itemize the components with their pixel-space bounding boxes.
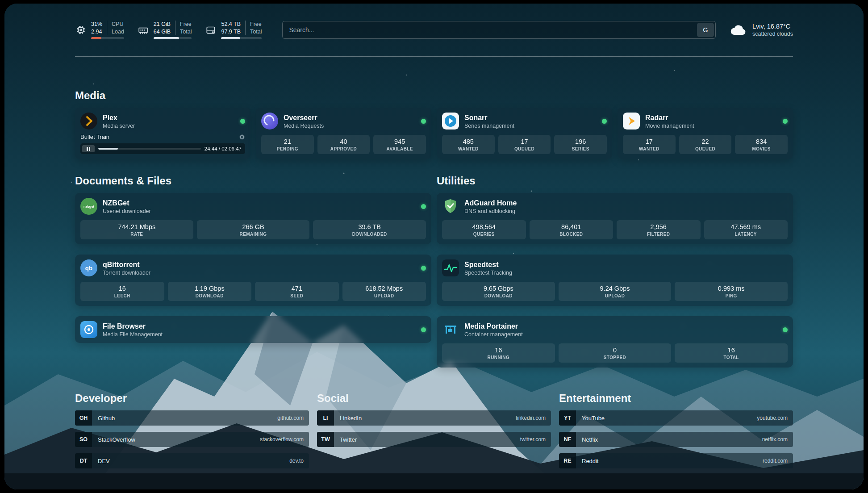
dashboard-content: 31% 2.94 CPU Load bbox=[4, 4, 864, 489]
stat-upload: 9.24 Gbps UPLOAD bbox=[559, 282, 672, 301]
qbittorrent-icon: qb bbox=[80, 259, 97, 276]
bookmark-linkedin[interactable]: LI LinkedIn linkedin.com bbox=[317, 410, 551, 426]
stat-latency: 47.569 ms LATENCY bbox=[704, 220, 788, 239]
nzbget-card[interactable]: nzbget NZBGet Usenet downloader 744.21 M… bbox=[75, 193, 431, 244]
stats-row: 16 LEECH 1.19 Gbps DOWNLOAD 471 SEED 6 bbox=[80, 276, 426, 301]
media-grid: Plex Media server Bullet Train ⚙ 24:44 /… bbox=[75, 108, 793, 159]
gear-icon[interactable]: ⚙ bbox=[239, 134, 245, 140]
ram-total-label: Total bbox=[180, 28, 192, 35]
app-subtitle: Movie management bbox=[645, 123, 694, 129]
bookmark-name: Reddit bbox=[582, 458, 599, 464]
ram-icon bbox=[138, 24, 149, 36]
bookmark-name: Twitter bbox=[340, 436, 357, 443]
stat-wanted: 17 WANTED bbox=[623, 135, 676, 154]
nzbget-icon-text: nzbget bbox=[83, 205, 94, 209]
pause-icon[interactable] bbox=[82, 145, 95, 152]
media-section-title: Media bbox=[75, 89, 793, 102]
stat-upload: 618.52 Mbps UPLOAD bbox=[342, 282, 426, 301]
bookmarks-area: Developer GH Github github.com SO StackO… bbox=[75, 392, 793, 468]
bookmark-badge: DT bbox=[75, 453, 92, 468]
app-subtitle: Usenet downloader bbox=[103, 208, 151, 214]
disk-monitor: 52.4 TB 97.9 TB Free Total bbox=[205, 21, 262, 39]
plex-card[interactable]: Plex Media server Bullet Train ⚙ 24:44 /… bbox=[75, 108, 250, 159]
stat-download: 1.19 Gbps DOWNLOAD bbox=[168, 282, 252, 301]
cloud-icon bbox=[729, 23, 747, 37]
qbittorrent-card[interactable]: qb qBittorrent Torrent downloader 16 LEE… bbox=[75, 255, 431, 306]
filebrowser-card[interactable]: File Browser Media File Management bbox=[75, 316, 431, 343]
search-engine-button[interactable]: G bbox=[697, 23, 714, 37]
stats-row: 16 RUNNING 0 STOPPED 16 TOTAL bbox=[442, 338, 788, 363]
bookmark-url: linkedin.com bbox=[516, 415, 546, 421]
documents-section-title: Documents & Files bbox=[75, 174, 431, 188]
disk-free-label: Free bbox=[250, 21, 262, 28]
developer-section: Developer GH Github github.com SO StackO… bbox=[75, 392, 309, 468]
overseerr-card[interactable]: Overseerr Media Requests 21 PENDING 40 A… bbox=[256, 108, 431, 159]
bookmark-netflix[interactable]: NF Netflix netflix.com bbox=[559, 432, 793, 447]
app-name: qBittorrent bbox=[103, 260, 150, 269]
radarr-icon bbox=[623, 113, 640, 130]
sonarr-icon bbox=[442, 113, 459, 130]
bookmark-dev[interactable]: DT DEV dev.to bbox=[75, 453, 309, 468]
stats-row: 498,564 QUERIES 86,401 BLOCKED 2,956 FIL… bbox=[442, 215, 788, 239]
stats-row: 9.65 Gbps DOWNLOAD 9.24 Gbps UPLOAD 0.99… bbox=[442, 276, 788, 301]
cpu-icon bbox=[75, 24, 87, 36]
cpu-progress-bar bbox=[91, 37, 124, 39]
status-dot bbox=[602, 119, 607, 124]
weather-location: Lviv, 16.87°C bbox=[752, 23, 793, 30]
entertainment-section: Entertainment YT YouTube youtube.com NF … bbox=[559, 392, 793, 468]
search-input[interactable] bbox=[289, 26, 697, 33]
media-section: Media Plex Media server bbox=[75, 89, 793, 159]
now-playing-title: Bullet Train bbox=[80, 134, 109, 140]
bookmark-url: youtube.com bbox=[757, 415, 788, 421]
bookmark-url: twitter.com bbox=[520, 436, 546, 443]
app-subtitle: Container management bbox=[464, 331, 523, 338]
topbar-divider bbox=[75, 56, 793, 57]
stat-series: 196 SERIES bbox=[554, 135, 607, 154]
status-dot bbox=[421, 327, 426, 332]
bookmark-name: LinkedIn bbox=[340, 415, 362, 422]
cpu-load-label: Load bbox=[112, 28, 124, 35]
stat-remaining: 266 GB REMAINING bbox=[197, 220, 310, 239]
stats-row: 744.21 Mbps RATE 266 GB REMAINING 39.6 T… bbox=[80, 215, 426, 239]
bookmark-stackoverflow[interactable]: SO StackOverflow stackoverflow.com bbox=[75, 432, 309, 447]
status-dot bbox=[783, 327, 788, 332]
stat-available: 945 AVAILABLE bbox=[373, 135, 426, 154]
stat-total: 16 TOTAL bbox=[675, 343, 788, 363]
radarr-card[interactable]: Radarr Movie management 17 WANTED 22 QUE… bbox=[618, 108, 793, 159]
stat-downloaded: 39.6 TB DOWNLOADED bbox=[313, 220, 426, 239]
filebrowser-icon bbox=[80, 321, 97, 338]
bookmark-twitter[interactable]: TW Twitter twitter.com bbox=[317, 432, 551, 447]
adguard-card[interactable]: AdGuard Home DNS and adblocking 498,564 … bbox=[437, 193, 793, 244]
disk-total-label: Total bbox=[250, 28, 262, 35]
app-subtitle: Series management bbox=[464, 123, 514, 129]
utilities-section: Utilities AdGuard Home bbox=[437, 174, 793, 368]
ram-progress-bar bbox=[154, 37, 192, 39]
bookmark-youtube[interactable]: YT YouTube youtube.com bbox=[559, 410, 793, 426]
playback-progress-track[interactable] bbox=[98, 148, 201, 150]
portainer-card[interactable]: Media Portainer Container management 16 … bbox=[437, 316, 793, 368]
developer-section-title: Developer bbox=[75, 392, 309, 405]
sonarr-card[interactable]: Sonarr Series management 485 WANTED 17 Q… bbox=[437, 108, 612, 159]
overseerr-icon bbox=[261, 113, 278, 130]
ram-free-value: 21 GiB bbox=[154, 21, 171, 28]
speedtest-card[interactable]: Speedtest Speedtest Tracking 9.65 Gbps D… bbox=[437, 255, 793, 306]
bookmark-url: stackoverflow.com bbox=[260, 436, 304, 443]
documents-section: Documents & Files nzbget NZBGet Usenet d… bbox=[75, 174, 431, 343]
nzbget-icon: nzbget bbox=[80, 198, 97, 215]
app-name: File Browser bbox=[103, 322, 163, 330]
app-subtitle: Speedtest Tracking bbox=[464, 270, 512, 276]
app-subtitle: Media Requests bbox=[284, 123, 324, 129]
bookmark-reddit[interactable]: RE Reddit reddit.com bbox=[559, 453, 793, 468]
bookmark-url: github.com bbox=[277, 415, 304, 421]
bookmark-github[interactable]: GH Github github.com bbox=[75, 410, 309, 426]
bookmark-badge: SO bbox=[75, 432, 92, 447]
ram-free-label: Free bbox=[180, 21, 192, 28]
disk-progress-bar bbox=[221, 37, 262, 39]
bookmark-badge: TW bbox=[317, 432, 334, 447]
app-subtitle: Torrent downloader bbox=[103, 270, 150, 276]
cpu-load-value: 2.94 bbox=[91, 28, 102, 35]
disk-icon bbox=[205, 24, 217, 36]
status-dot bbox=[240, 119, 245, 124]
bookmark-badge: GH bbox=[75, 410, 92, 426]
ram-total-value: 64 GiB bbox=[154, 28, 171, 35]
